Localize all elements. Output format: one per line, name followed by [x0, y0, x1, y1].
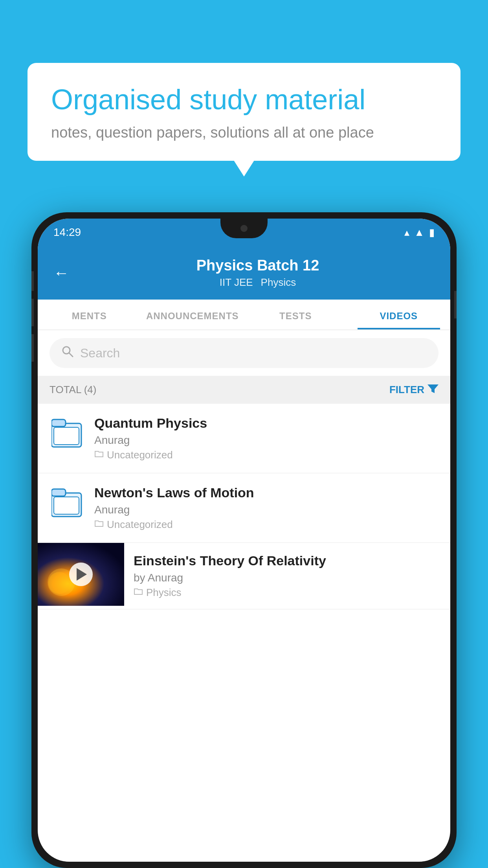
status-icons: ▴ ▲ ▮ — [404, 226, 435, 239]
list-item[interactable]: Einstein's Theory Of Relativity by Anura… — [38, 543, 450, 609]
svg-rect-4 — [51, 419, 66, 427]
wifi-icon: ▴ — [404, 226, 409, 239]
video-thumbnail — [38, 543, 124, 606]
video-author: Anurag — [94, 434, 438, 447]
camera-dot — [240, 225, 248, 232]
svg-rect-7 — [51, 489, 66, 496]
video-author: Anurag — [94, 504, 438, 516]
speech-bubble-container: Organised study material notes, question… — [28, 63, 460, 161]
video-tag: Uncategorized — [94, 519, 438, 531]
search-container: Search — [38, 330, 450, 376]
phone-vol-up-button — [31, 299, 34, 326]
search-bar[interactable]: Search — [50, 338, 438, 368]
play-button[interactable] — [69, 563, 93, 586]
battery-icon: ▮ — [429, 226, 435, 239]
video-info: Quantum Physics Anurag Uncategorized — [94, 416, 438, 461]
folder-icon-container — [50, 416, 85, 451]
tabs-bar: MENTS ANNOUNCEMENTS TESTS VIDEOS — [38, 300, 450, 330]
video-title: Newton's Laws of Motion — [94, 485, 438, 500]
folder-icon-container — [50, 485, 85, 520]
tab-ments[interactable]: MENTS — [38, 300, 141, 329]
tag-icon — [94, 519, 104, 531]
list-item[interactable]: Newton's Laws of Motion Anurag Uncategor… — [38, 473, 450, 543]
search-icon — [61, 345, 74, 361]
folder-icon — [51, 416, 83, 451]
filter-icon — [427, 383, 438, 397]
tag-icon — [94, 449, 104, 461]
total-count: TOTAL (4) — [50, 384, 96, 396]
tag-label: Uncategorized — [107, 449, 173, 461]
bubble-subtitle: notes, question papers, solutions all at… — [51, 124, 437, 141]
bubble-title: Organised study material — [51, 83, 437, 116]
tab-tests[interactable]: TESTS — [244, 300, 347, 329]
video-author: by Anurag — [134, 572, 441, 584]
header-tags: IIT JEE Physics — [81, 276, 435, 289]
status-time: 14:29 — [53, 226, 81, 239]
svg-point-11 — [48, 572, 70, 594]
svg-rect-5 — [54, 427, 79, 445]
svg-line-1 — [69, 353, 73, 357]
video-info: Einstein's Theory Of Relativity by Anura… — [124, 543, 450, 609]
filter-label: FILTER — [389, 384, 424, 396]
status-bar: 14:29 ▴ ▲ ▮ — [38, 219, 450, 246]
phone-frame: 14:29 ▴ ▲ ▮ ← Physics Batch 12 — [31, 212, 457, 868]
play-triangle — [77, 568, 87, 581]
phone-vol-down-button — [31, 334, 34, 362]
folder-icon — [51, 485, 83, 520]
video-title: Einstein's Theory Of Relativity — [134, 553, 441, 568]
tag-label: Uncategorized — [107, 519, 173, 531]
phone-notch — [220, 219, 268, 238]
svg-marker-2 — [427, 384, 438, 393]
video-tag: Uncategorized — [94, 449, 438, 461]
video-tag: Physics — [134, 587, 441, 599]
phone-body: 14:29 ▴ ▲ ▮ ← Physics Batch 12 — [38, 219, 450, 862]
filter-bar: TOTAL (4) FILTER — [38, 376, 450, 404]
phone-power-button — [454, 291, 457, 318]
header-title-group: Physics Batch 12 IIT JEE Physics — [81, 257, 435, 289]
content-area: Quantum Physics Anurag Uncategorized — [38, 404, 450, 609]
tag-icon — [134, 587, 143, 599]
back-button[interactable]: ← — [53, 264, 69, 282]
svg-rect-8 — [54, 497, 79, 514]
header-tag-physics: Physics — [261, 276, 296, 289]
video-info: Newton's Laws of Motion Anurag Uncategor… — [94, 485, 438, 531]
header-tag-iitjee: IIT JEE — [220, 276, 253, 289]
search-placeholder: Search — [80, 346, 120, 360]
tab-videos[interactable]: VIDEOS — [347, 300, 451, 329]
header-title: Physics Batch 12 — [81, 257, 435, 274]
speech-bubble: Organised study material notes, question… — [28, 63, 460, 161]
phone-inner: 14:29 ▴ ▲ ▮ ← Physics Batch 12 — [38, 219, 450, 862]
video-title: Quantum Physics — [94, 416, 438, 431]
signal-icon: ▲ — [414, 226, 424, 239]
phone-vol-silent-button — [31, 271, 34, 291]
filter-button[interactable]: FILTER — [389, 383, 438, 397]
list-item[interactable]: Quantum Physics Anurag Uncategorized — [38, 404, 450, 473]
tag-label: Physics — [146, 587, 182, 599]
tab-announcements[interactable]: ANNOUNCEMENTS — [141, 300, 244, 329]
app-header: ← Physics Batch 12 IIT JEE Physics — [38, 246, 450, 300]
